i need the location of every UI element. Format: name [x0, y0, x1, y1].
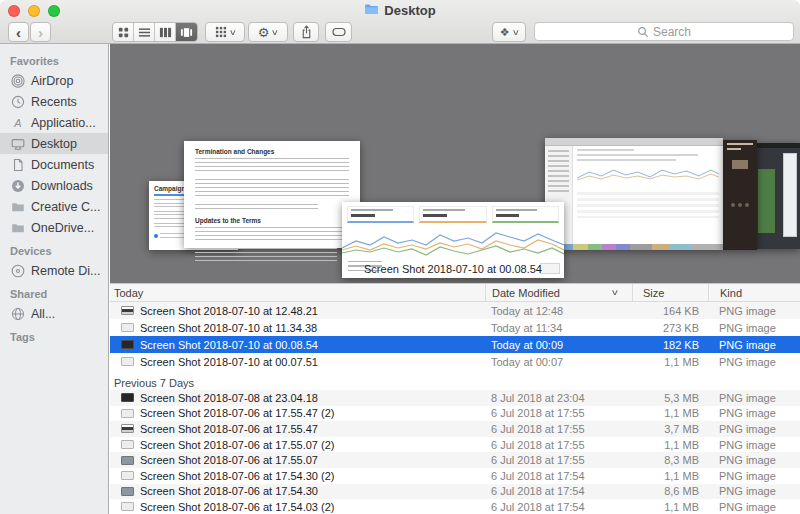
stat-box-green — [492, 206, 559, 223]
coverflow-preview-analytics[interactable]: Screen Shot 2018-07-10 at 00.08.54 — [342, 202, 564, 278]
group-header-previous-7-days: Previous 7 Days — [110, 375, 800, 390]
stat-boxes — [342, 202, 564, 225]
file-row[interactable]: Screen Shot 2018-07-10 at 11.34.38Today … — [110, 319, 800, 336]
folder-icon — [10, 221, 25, 235]
list-view-button[interactable] — [134, 23, 155, 41]
file-date: 6 Jul 2018 at 17:55 — [485, 407, 632, 419]
file-thumbnail-icon — [121, 393, 134, 402]
mini-browser-content — [573, 146, 723, 244]
sidebar-item-applicatio[interactable]: AApplicatio... — [0, 112, 108, 133]
column-header-kind[interactable]: Kind — [708, 284, 800, 301]
column-header-size[interactable]: Size — [632, 284, 708, 301]
file-name-cell: Screen Shot 2018-07-10 at 00.08.54 — [110, 339, 485, 351]
chevron-right-icon: › — [38, 25, 43, 40]
sidebar-item-creative-c[interactable]: Creative C... — [0, 196, 108, 217]
file-kind: PNG image — [708, 501, 800, 513]
group-button[interactable]: ∨ — [205, 22, 245, 42]
sidebar: FavoritesAirDropRecentsAApplicatio...Des… — [0, 44, 109, 514]
icon-view-button[interactable] — [113, 23, 134, 41]
search-input[interactable] — [535, 23, 793, 40]
sidebar-item-all[interactable]: All... — [0, 303, 108, 324]
forward-button[interactable]: › — [30, 22, 51, 42]
file-row[interactable]: Screen Shot 2018-07-06 at 17.54.306 Jul … — [110, 484, 800, 500]
file-row[interactable]: Screen Shot 2018-07-10 at 12.48.21Today … — [110, 302, 800, 319]
sidebar-item-label: Documents — [31, 158, 94, 172]
file-size: 3,7 MB — [632, 423, 708, 435]
dropbox-icon: ❖ — [500, 27, 510, 38]
sidebar-item-desktop[interactable]: Desktop — [0, 133, 108, 154]
sidebar-sections: FavoritesAirDropRecentsAApplicatio...Des… — [0, 48, 108, 346]
sidebar-item-onedrive[interactable]: OneDrive... — [0, 217, 108, 238]
dropbox-button[interactable]: ❖ ∨ — [492, 22, 526, 42]
sidebar-item-downloads[interactable]: Downloads — [0, 175, 108, 196]
coverflow-view-button[interactable] — [176, 23, 197, 41]
file-row[interactable]: Screen Shot 2018-07-10 at 00.07.51Today … — [110, 353, 800, 370]
file-row[interactable]: Screen Shot 2018-07-06 at 17.54.03 (2)6 … — [110, 499, 800, 514]
sidebar-section-label: Devices — [0, 238, 108, 260]
search-field: Search — [534, 22, 794, 41]
coverflow-preview-right[interactable] — [757, 143, 800, 249]
recents-icon — [10, 95, 25, 109]
sidebar-section-label: Tags — [0, 324, 108, 346]
remote-disc-icon — [10, 264, 25, 278]
file-name: Screen Shot 2018-07-10 at 12.48.21 — [140, 305, 318, 317]
file-name-cell: Screen Shot 2018-07-06 at 17.54.30 — [110, 485, 485, 497]
sidebar-item-label: Desktop — [31, 137, 77, 151]
file-date: Today at 00:07 — [485, 356, 632, 368]
file-date: 6 Jul 2018 at 17:55 — [485, 454, 632, 466]
file-row[interactable]: Screen Shot 2018-07-08 at 23.04.188 Jul … — [110, 390, 800, 406]
page-title: Desktop — [384, 3, 435, 18]
action-button[interactable]: ⚙ ∨ — [248, 22, 288, 42]
sidebar-item-airdrop[interactable]: AirDrop — [0, 70, 108, 91]
file-thumbnail-icon — [121, 456, 134, 465]
coverflow-preview-dark-panel[interactable] — [723, 140, 757, 250]
mini-browser-titlebar — [545, 138, 723, 146]
file-row[interactable]: Screen Shot 2018-07-06 at 17.55.076 Jul … — [110, 452, 800, 468]
gear-icon: ⚙ — [258, 26, 270, 39]
file-thumbnail-icon — [121, 357, 134, 366]
coverflow-preview-terms[interactable]: Termination and Changes Updates to the T… — [184, 141, 360, 248]
chevron-down-icon: ∨ — [228, 28, 236, 37]
file-name-cell: Screen Shot 2018-07-06 at 17.55.47 (2) — [110, 407, 485, 419]
coverflow-preview-desktop-shot[interactable] — [545, 138, 723, 250]
file-name: Screen Shot 2018-07-06 at 17.54.03 (2) — [140, 501, 334, 513]
file-size: 5,3 MB — [632, 392, 708, 404]
column-view-button[interactable] — [155, 23, 176, 41]
group-header-today: Today — [110, 284, 485, 301]
file-kind: PNG image — [708, 322, 800, 334]
column-header-date-modified[interactable]: Date Modified∨ — [485, 284, 632, 301]
file-kind: PNG image — [708, 439, 800, 451]
share-button[interactable] — [293, 22, 319, 42]
downloads-icon — [10, 179, 25, 193]
back-button[interactable]: ‹ — [8, 22, 29, 42]
file-thumbnail-icon — [121, 306, 134, 315]
file-row[interactable]: Screen Shot 2018-07-06 at 17.55.476 Jul … — [110, 421, 800, 437]
airdrop-icon — [10, 74, 25, 88]
coverflow-area: Campaign S Termination and Changes Updat… — [110, 44, 800, 283]
file-date: 6 Jul 2018 at 17:54 — [485, 470, 632, 482]
file-size: 1,1 MB — [632, 407, 708, 419]
sidebar-item-documents[interactable]: Documents — [0, 154, 108, 175]
file-row[interactable]: Screen Shot 2018-07-06 at 17.55.47 (2)6 … — [110, 406, 800, 422]
file-row[interactable]: Screen Shot 2018-07-06 at 17.55.07 (2)6 … — [110, 437, 800, 453]
file-name: Screen Shot 2018-07-08 at 23.04.18 — [140, 392, 318, 404]
file-name-cell: Screen Shot 2018-07-06 at 17.55.47 — [110, 423, 485, 435]
share-icon — [300, 25, 313, 39]
file-name-cell: Screen Shot 2018-07-06 at 17.55.07 (2) — [110, 439, 485, 451]
sidebar-item-label: Creative C... — [31, 200, 100, 214]
file-name: Screen Shot 2018-07-06 at 17.55.47 — [140, 423, 318, 435]
desktop-icon — [10, 137, 25, 151]
file-row[interactable]: Screen Shot 2018-07-06 at 17.54.30 (2)6 … — [110, 468, 800, 484]
icon-view-icon — [117, 26, 130, 39]
sidebar-item-remote-di[interactable]: Remote Di... — [0, 260, 108, 281]
window-title: Desktop — [0, 2, 800, 18]
tag-button[interactable] — [325, 22, 352, 42]
sidebar-item-label: AirDrop — [31, 74, 73, 88]
main-area: Campaign S Termination and Changes Updat… — [110, 44, 800, 514]
sort-chevron-icon: ∨ — [611, 288, 620, 297]
sidebar-item-recents[interactable]: Recents — [0, 91, 108, 112]
text-lines — [195, 179, 349, 199]
text-lines — [195, 204, 318, 212]
list-view-icon — [138, 26, 151, 39]
file-row[interactable]: Screen Shot 2018-07-10 at 00.08.54Today … — [110, 336, 800, 353]
